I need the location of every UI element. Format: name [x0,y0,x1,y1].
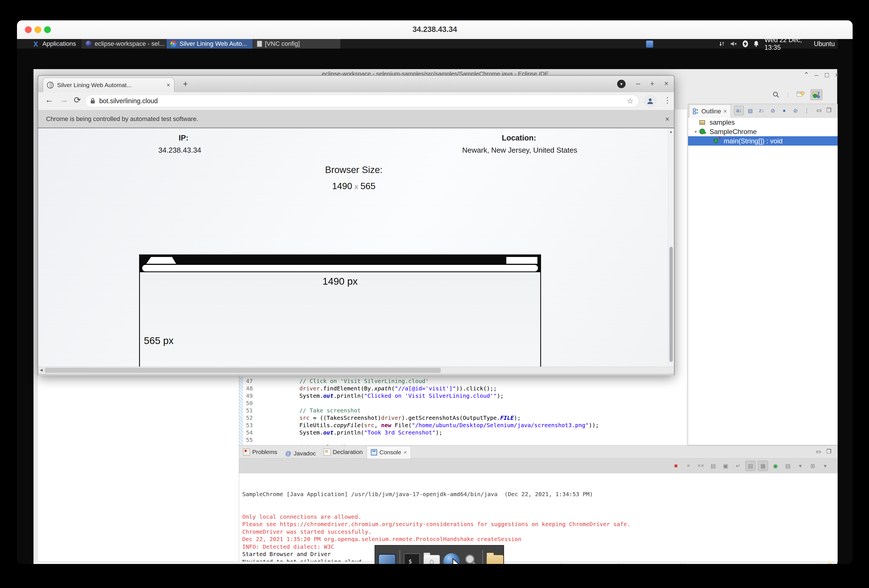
horizontal-scroll-thumb[interactable] [45,368,441,373]
chrome-maximize-button[interactable]: + [647,79,657,88]
tab-declaration[interactable]: Declaration [320,446,367,459]
code-line-51[interactable]: // Take screenshot [256,407,599,414]
profile-avatar-icon[interactable] [644,95,657,107]
outline-item-samplechrome[interactable]: ▾SampleChrome [688,127,838,136]
open-perspective-icon[interactable] [795,89,807,100]
code-line-49[interactable]: System.out.println("Clicked on 'Visit Si… [256,392,599,400]
dock-terminal-icon[interactable]: $_ [404,553,420,564]
infobar-close-icon[interactable]: × [665,115,669,123]
mac-titlebar: 34.238.43.34 [17,20,853,39]
dock-files-icon[interactable] [486,555,503,564]
page-vertical-scrollbar[interactable]: ▲ [668,128,674,367]
outline-maximize-icon[interactable]: ❐ [826,107,831,114]
eclipse-maximize-button[interactable]: □ [823,71,831,79]
bookmark-star-icon[interactable]: ☆ [627,97,633,105]
tab-problems[interactable]: Problems [239,446,281,459]
show-on-error-icon[interactable]: ▦ [758,461,768,471]
frame-width-label: 1490 px [140,275,540,287]
clock[interactable]: Wed 22 Dec, 13:35 [764,36,809,52]
pin-console-icon[interactable]: ◉ [770,461,780,471]
power-indicator-icon[interactable] [743,40,748,47]
forward-icon[interactable]: → [60,95,68,105]
tab-javadoc[interactable]: @Javadoc [281,447,320,460]
scroll-up-icon[interactable]: ▲ [669,129,673,134]
reload-icon[interactable]: ⟳ [74,95,81,105]
code-token: out [323,392,333,399]
display-selected-console-icon[interactable]: ▤ [783,461,793,471]
code-line-47[interactable]: // Click on 'Visit SilverLining.cloud' [256,378,599,385]
console-maximize-icon[interactable]: ❐ [826,448,831,455]
code-line-48[interactable]: driver.findElement(By.xpath("//a[@id='vi… [256,385,599,392]
console-minimize-icon[interactable]: ▭ [816,448,821,455]
window-horizontal-scrollbar[interactable]: ◀ [38,367,674,374]
remove-launch-icon[interactable]: × [683,461,694,471]
dock-separator [482,550,483,564]
scroll-left-icon[interactable]: ◀ [40,368,43,372]
outline-item-samples[interactable]: samples [688,118,838,127]
eclipse-minimize-button[interactable]: – [812,71,821,79]
tab-outline[interactable]: Outline × [689,105,731,118]
console-tab-close-icon[interactable]: × [403,449,407,456]
code-line-54[interactable]: System.out.println("Took 3rd Screenshot"… [256,429,599,436]
tab-console[interactable]: Console× [367,446,411,459]
applications-menu[interactable]: Applications [42,40,76,47]
tab-close-icon[interactable]: × [166,81,170,89]
back-icon[interactable]: ← [45,95,53,105]
notification-bulb-icon[interactable] [827,563,833,564]
dock-search-icon[interactable] [463,553,479,564]
address-bar[interactable]: bot.silverlining.cloud ☆ [85,95,639,107]
dock-display-icon[interactable] [378,554,396,564]
notifications-bell-icon[interactable] [753,40,759,47]
taskbar-window-label: eclipse-workspace - sel... [95,40,165,47]
new-tab-button[interactable]: + [183,79,188,89]
browser-size-frame: 1490 px 565 px [139,255,541,367]
taskbar-window-vnc[interactable]: [VNC config] [253,39,341,49]
chrome-menu-icon[interactable]: ⋮ [663,96,672,105]
editor-code[interactable]: // Click on 'Visit SilverLining.cloud'dr… [256,378,599,451]
outline-minimize-icon[interactable]: ▭ [816,107,822,114]
hide-non-public-icon[interactable]: ⊘ [768,106,778,116]
vertical-scroll-thumb[interactable] [669,247,673,362]
sort-static-icon[interactable]: z↓ [757,106,767,116]
taskbar-indicator-icon[interactable] [646,40,653,48]
remove-all-launches-icon[interactable]: ×× [696,461,706,471]
url-text[interactable]: bot.silverlining.cloud [99,97,627,105]
hide-local-types-icon[interactable]: ⊘ [791,106,800,116]
chrome-minimize-button[interactable]: – [633,79,643,88]
code-line-52[interactable]: src = ((TakesScreenshot)driver).getScree… [256,414,599,422]
dock-home-icon[interactable]: ⌂ [424,555,440,564]
eclipse-close-button[interactable]: × [833,71,841,79]
dropdown-icon[interactable]: ▾ [820,461,830,471]
outline-item-label: SampleChrome [710,128,757,136]
dropdown-icon[interactable]: ▾ [795,461,805,471]
sort-icon[interactable]: a↓ [734,106,744,116]
clear-console-icon[interactable]: ▤ [708,461,718,471]
xorg-logo-icon[interactable]: X [33,40,38,48]
automation-indicator-icon[interactable]: ▼ [617,80,626,88]
session-label[interactable]: Ubuntu [814,40,835,48]
java-perspective-icon[interactable]: J [811,89,822,100]
code-line-55[interactable] [256,436,599,444]
code-line-53[interactable]: FileUtils.copyFile(src, new File("/home/… [256,422,599,429]
outline-tab-close-icon[interactable]: × [724,108,727,115]
chrome-close-button[interactable]: × [661,79,672,88]
code-line-50[interactable] [256,400,599,407]
taskbar-window-eclipse[interactable]: eclipse-workspace - sel... [82,39,166,49]
taskbar-window-chrome[interactable]: Silver Lining Web Auto... [166,39,253,49]
network-arrows-icon[interactable] [719,41,725,47]
terminate-icon[interactable]: ■ [671,461,681,471]
search-icon[interactable] [770,89,782,100]
view-menu-icon[interactable]: ⋮ [802,106,812,116]
word-wrap-icon[interactable]: ↵ [733,461,743,471]
eclipse-shade-button[interactable]: ⌃ [802,71,811,79]
hide-static-icon[interactable]: ● [779,106,789,116]
tree-expander-icon[interactable]: ▾ [692,129,699,134]
show-on-output-icon[interactable]: ▤ [746,461,756,471]
outline-item-main-string-void[interactable]: main(String[]) : void [688,136,838,145]
open-console-icon[interactable]: ⊞ [808,461,818,471]
scroll-lock-icon[interactable]: ▣ [721,461,731,471]
volume-muted-icon[interactable] [730,41,737,47]
console-output-area[interactable]: SampleChrome [Java Application] /usr/lib… [239,473,838,563]
browser-tab[interactable]: Silver Lining Web Automat... × [43,77,174,92]
hide-fields-icon[interactable]: ▤ [746,106,755,116]
